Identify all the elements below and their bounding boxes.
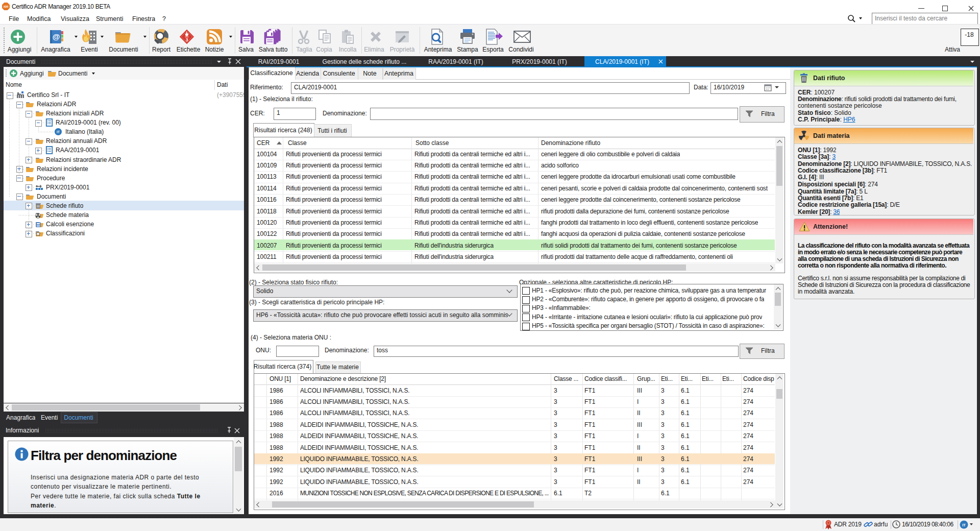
- svg-text:3: 3: [186, 37, 188, 42]
- svg-text:IT: IT: [57, 130, 60, 134]
- svg-text:ADR: ADR: [4, 6, 9, 8]
- svg-text:IT: IT: [962, 523, 966, 527]
- svg-text:@: @: [53, 32, 60, 41]
